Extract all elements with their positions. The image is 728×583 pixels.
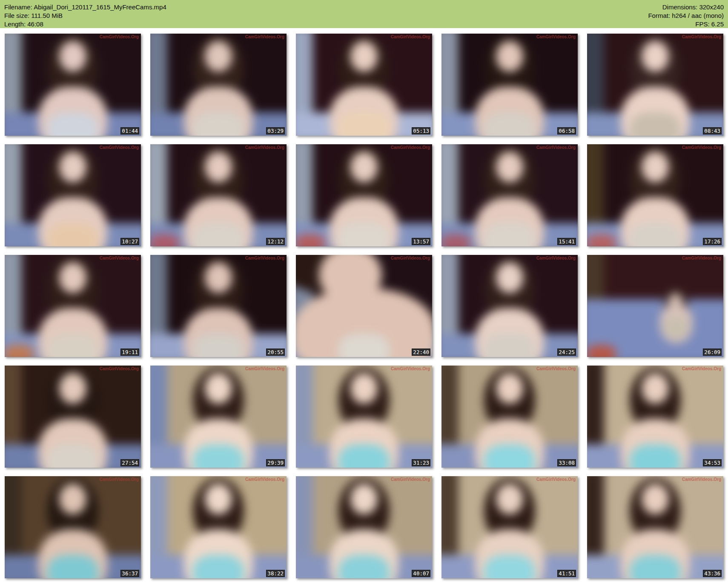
length-line: Length: 46:08 <box>4 20 166 29</box>
placeholder-face-region <box>496 483 523 514</box>
timestamp-badge: 31:23 <box>412 459 430 466</box>
placeholder-clothing-region <box>630 112 681 136</box>
watermark-text: CamGirlVideos.Org <box>100 34 139 39</box>
placeholder-clothing-region <box>338 112 390 136</box>
placeholder-clothing-region <box>664 317 688 338</box>
placeholder-blanket-region <box>150 345 179 357</box>
watermark-text: CamGirlVideos.Org <box>245 256 284 260</box>
placeholder-clothing-region <box>630 223 681 246</box>
video-thumbnail: CamGirlVideos.Org 24:25 <box>441 255 578 357</box>
placeholder-clothing-region <box>47 444 98 468</box>
placeholder-face-region <box>496 262 523 293</box>
video-thumbnail: CamGirlVideos.Org 08:43 <box>587 34 723 136</box>
dimensions-line: Dimensions: 320x240 <box>648 3 724 11</box>
video-thumbnail: CamGirlVideos.Org 17:26 <box>587 144 723 246</box>
watermark-text: CamGirlVideos.Org <box>536 477 576 482</box>
thumbnail-placeholder-scene <box>587 476 723 578</box>
placeholder-face-region <box>59 262 86 293</box>
timestamp-badge: 12:12 <box>266 238 285 245</box>
thumbnail-placeholder-scene <box>150 34 287 136</box>
thumbnail-placeholder-scene <box>5 144 141 246</box>
video-thumbnail: CamGirlVideos.Org 41:51 <box>441 476 578 578</box>
video-thumbnail: CamGirlVideos.Org 34:53 <box>587 366 723 468</box>
video-thumbnail: CamGirlVideos.Org 12:12 <box>150 144 287 246</box>
placeholder-face-region <box>496 41 523 72</box>
video-thumbnail: CamGirlVideos.Org 31:23 <box>296 366 432 468</box>
watermark-text: CamGirlVideos.Org <box>682 145 721 150</box>
thumbnail-placeholder-scene <box>296 366 432 468</box>
placeholder-face-region <box>496 151 523 183</box>
placeholder-clothing-region <box>47 223 98 246</box>
dimensions-value: 320x240 <box>699 3 724 11</box>
timestamp-badge: 33:08 <box>557 459 576 466</box>
video-thumbnail: CamGirlVideos.Org 22:40 <box>296 255 432 357</box>
watermark-text: CamGirlVideos.Org <box>391 145 430 150</box>
timestamp-badge: 03:29 <box>266 127 285 134</box>
watermark-text: CamGirlVideos.Org <box>682 34 721 39</box>
thumbnail-placeholder-scene <box>296 34 432 136</box>
thumbnail-placeholder-scene <box>5 476 141 578</box>
video-thumbnail: CamGirlVideos.Org 03:29 <box>150 34 287 136</box>
thumbnail-placeholder-scene <box>587 366 723 468</box>
thumbnail-placeholder-scene <box>587 255 723 357</box>
length-value: 46:08 <box>27 20 43 28</box>
watermark-text: CamGirlVideos.Org <box>245 145 284 150</box>
placeholder-blanket-region <box>587 566 616 578</box>
placeholder-clothing-region <box>47 555 98 578</box>
placeholder-blanket-region <box>296 456 325 468</box>
placeholder-blanket-region <box>441 566 470 578</box>
watermark-text: CamGirlVideos.Org <box>391 256 430 260</box>
placeholder-blanket-region <box>150 456 179 468</box>
placeholder-clothing-region <box>47 112 98 136</box>
placeholder-face-region <box>59 41 86 72</box>
video-thumbnail: CamGirlVideos.Org 20:55 <box>150 255 287 357</box>
filename-line: Filename: Abigail_Dori_120117_1615_MyFre… <box>4 3 166 11</box>
placeholder-blanket-region <box>441 124 470 136</box>
placeholder-face-region <box>59 151 86 183</box>
watermark-text: CamGirlVideos.Org <box>100 477 139 482</box>
placeholder-face-region <box>642 483 668 514</box>
thumbnail-placeholder-scene <box>441 366 578 468</box>
file-info-left: Filename: Abigail_Dori_120117_1615_MyFre… <box>4 3 166 29</box>
placeholder-face-region <box>59 373 86 404</box>
thumbnail-placeholder-scene <box>296 255 432 357</box>
watermark-text: CamGirlVideos.Org <box>245 366 284 371</box>
placeholder-blanket-region <box>5 456 34 468</box>
video-thumbnail: CamGirlVideos.Org 15:41 <box>441 144 578 246</box>
thumbnail-placeholder-scene <box>441 34 578 136</box>
placeholder-blanket-region <box>150 234 179 246</box>
thumbnail-placeholder-scene <box>150 366 287 468</box>
timestamp-badge: 36:37 <box>120 570 139 577</box>
placeholder-clothing-region <box>338 555 390 578</box>
timestamp-badge: 17:26 <box>703 238 722 245</box>
video-thumbnail: CamGirlVideos.Org 33:08 <box>441 366 578 468</box>
placeholder-blanket-region <box>587 234 616 246</box>
video-thumbnail: CamGirlVideos.Org 36:37 <box>5 476 141 578</box>
format-line: Format: h264 / aac (mono) <box>648 11 724 20</box>
placeholder-blanket-region <box>587 456 616 468</box>
video-thumbnail: CamGirlVideos.Org 13:57 <box>296 144 432 246</box>
timestamp-badge: 41:51 <box>557 570 576 577</box>
video-thumbnail: CamGirlVideos.Org 10:27 <box>5 144 141 246</box>
video-thumbnail: CamGirlVideos.Org 26:09 <box>587 255 723 357</box>
thumbnail-placeholder-scene <box>5 255 141 357</box>
placeholder-face-region <box>205 41 232 72</box>
watermark-text: CamGirlVideos.Org <box>391 34 430 39</box>
file-info-header: Filename: Abigail_Dori_120117_1615_MyFre… <box>0 0 728 28</box>
file-info-right: Dimensions: 320x240 Format: h264 / aac (… <box>648 3 724 29</box>
placeholder-face-region <box>642 41 668 72</box>
placeholder-clothing-region <box>193 444 244 468</box>
placeholder-clothing-region <box>193 112 244 136</box>
video-thumbnail: CamGirlVideos.Org 43:36 <box>587 476 723 578</box>
watermark-text: CamGirlVideos.Org <box>245 34 284 39</box>
placeholder-clothing-region <box>484 555 535 578</box>
timestamp-badge: 22:40 <box>412 349 430 356</box>
placeholder-clothing-region <box>193 555 244 578</box>
filesize-line: File size: 111.50 MiB <box>4 11 166 20</box>
placeholder-face-region <box>205 373 232 404</box>
placeholder-blanket-region <box>587 345 616 357</box>
placeholder-clothing-region <box>630 444 681 468</box>
watermark-text: CamGirlVideos.Org <box>100 366 139 371</box>
timestamp-badge: 15:41 <box>557 238 576 245</box>
filename-value: Abigail_Dori_120117_1615_MyFreeCams.mp4 <box>34 3 166 11</box>
